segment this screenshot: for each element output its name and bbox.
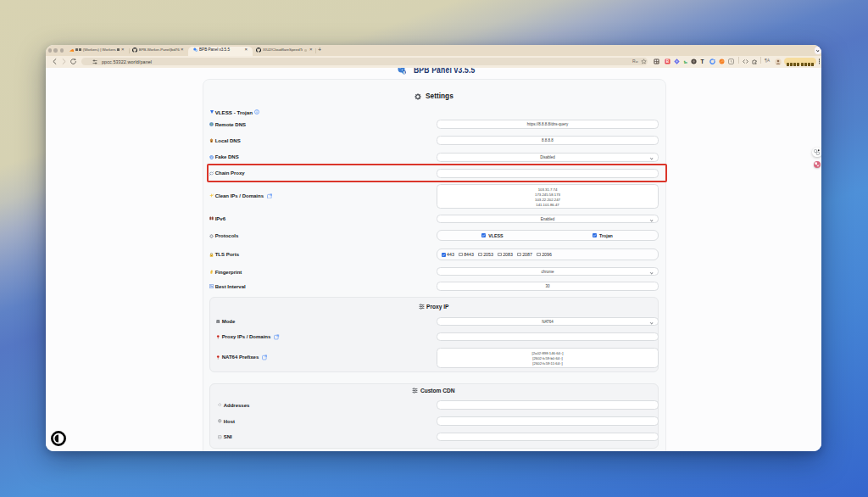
svg-text:B: B <box>665 59 669 64</box>
svg-text:B: B <box>403 71 406 75</box>
svg-text:m: m <box>684 61 687 64</box>
